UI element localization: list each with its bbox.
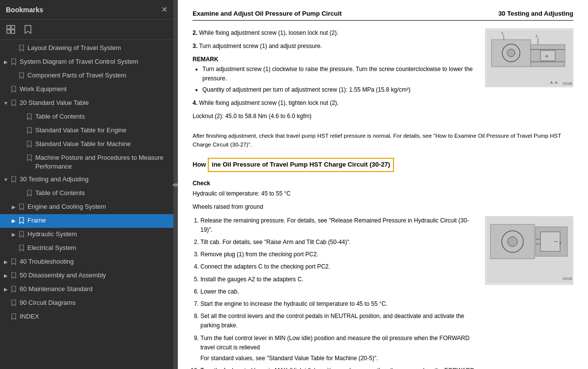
- highlight-text: ine Oil Pressure of Travel Pump HST Char…: [208, 158, 394, 172]
- bookmark-frame[interactable]: Frame: [0, 214, 173, 228]
- expand-arrow[interactable]: [10, 204, 18, 211]
- bookmark-icon-30: [10, 176, 18, 183]
- bookmark-icon-40: [10, 258, 18, 265]
- bookmark-label: Frame: [27, 216, 172, 225]
- bookmark-work-equipment[interactable]: Work Equipment: [0, 83, 173, 97]
- bookmark-icon-layout: [18, 45, 25, 51]
- panel-header: Bookmarks ✕: [0, 0, 173, 20]
- close-button[interactable]: ✕: [161, 6, 168, 14]
- expand-arrow[interactable]: [2, 259, 10, 266]
- step-4: 4. While fixing adjustment screw (1), ti…: [193, 98, 477, 108]
- bookmark-icon-svt-machine: [25, 141, 33, 148]
- panel-toolbar: [0, 20, 173, 40]
- svg-rect-0: [7, 25, 10, 29]
- bookmark-svt-engine[interactable]: Standard Value Table for Engine: [0, 124, 173, 138]
- bookmark-label: Layout Drawing of Travel System: [27, 44, 172, 52]
- bookmark-label: 30 Testing and Adjusting: [20, 175, 172, 184]
- step-item-7: Start the engine to increase the hydraul…: [200, 299, 477, 309]
- bookmark-svt-machine[interactable]: Standard Value Table for Machine: [0, 138, 173, 151]
- bookmark-label: Work Equipment: [20, 85, 172, 94]
- wheels-note: Wheels raised from ground: [193, 202, 573, 212]
- bookmarks-panel: Bookmarks ✕ Layout Drawing of Travel Sys…: [0, 0, 174, 369]
- svg-text:1: 1: [501, 31, 503, 35]
- svg-point-8: [507, 49, 515, 57]
- bookmark-icon-system: [10, 58, 18, 65]
- bookmark-icon-component: [18, 72, 25, 79]
- step-item-1: Release the remaining pressure. For deta…: [200, 216, 477, 235]
- bookmark-20-standard[interactable]: 20 Standard Value Table: [0, 97, 173, 110]
- bookmark-label: 20 Standard Value Table: [20, 98, 172, 107]
- section-steps-main: Release the remaining pressure. For deta…: [193, 216, 573, 369]
- grid-view-button[interactable]: [4, 23, 18, 36]
- bookmark-icon-60: [10, 286, 18, 293]
- bookmark-30-testing[interactable]: 30 Testing and Adjusting: [0, 173, 173, 187]
- bookmark-label: 50 Disassembly and Assembly: [20, 271, 172, 280]
- bookmark-label: Standard Value Table for Machine: [35, 140, 172, 148]
- bookmark-label: 90 Circuit Diagrams: [20, 298, 172, 307]
- bookmark-engine-cooling[interactable]: Engine and Cooling System: [0, 200, 173, 214]
- temp-note: Hydraulic oil temperature: 45 to 55 °C: [193, 189, 573, 198]
- step-item-2: Tilt cab. For details, see "Raise Arm an…: [200, 238, 477, 247]
- bookmark-machine-posture[interactable]: Machine Posture and Procedures to Measur…: [0, 151, 173, 173]
- bookmark-icon-hydraulic: [18, 231, 25, 238]
- doc-header: Examine and Adjust Oil Pressure of Pump …: [193, 10, 573, 21]
- bookmark-icon-work: [10, 86, 18, 93]
- bookmark-60-maintenance[interactable]: 60 Maintenance Standard: [0, 283, 173, 296]
- bookmark-90-circuit[interactable]: 90 Circuit Diagrams: [0, 296, 173, 310]
- expand-arrow[interactable]: [10, 231, 18, 238]
- bookmark-label: Table of Contents: [35, 189, 172, 197]
- svg-point-23: [508, 237, 517, 246]
- bookmark-electrical[interactable]: Electrical System: [0, 242, 173, 255]
- bookmark-label: Hydraulic System: [27, 230, 172, 239]
- check-label: Check: [193, 179, 573, 188]
- step-item-6: Lower the cab.: [200, 287, 477, 296]
- remark-title: REMARK: [193, 55, 477, 64]
- svg-rect-2: [7, 30, 10, 33]
- svg-text:A - A: A - A: [550, 81, 558, 84]
- bookmark-hydraulic[interactable]: Hydraulic System: [0, 228, 173, 242]
- bookmark-icon-posture: [25, 154, 33, 161]
- step-item-3: Remove plug (1) from the checking port P…: [200, 250, 477, 259]
- bookmark-view-button[interactable]: [22, 23, 34, 36]
- text-block-main: Release the remaining pressure. For deta…: [193, 216, 477, 369]
- expand-arrow[interactable]: [2, 176, 10, 183]
- bookmark-toc-30[interactable]: Table of Contents: [0, 187, 173, 200]
- step-item-10: Turn the fuel control lever in MAX (High…: [200, 366, 477, 369]
- bookmark-icon-svt-engine: [25, 127, 33, 134]
- bookmark-label: Engine and Cooling System: [27, 202, 172, 211]
- doc-header-left: Examine and Adjust Oil Pressure of Pump …: [193, 10, 342, 17]
- expand-arrow[interactable]: [2, 286, 10, 293]
- bookmark-icon-90: [10, 299, 18, 306]
- bookmark-index[interactable]: INDEX: [0, 310, 173, 324]
- panel-title: Bookmarks: [6, 6, 43, 14]
- svg-rect-1: [11, 25, 15, 29]
- steps-list: Release the remaining pressure. For deta…: [193, 216, 477, 369]
- expand-arrow[interactable]: [10, 218, 18, 224]
- bookmark-icon-engine: [18, 203, 25, 210]
- bookmark-50-disassembly[interactable]: 50 Disassembly and Assembly: [0, 269, 173, 283]
- expand-arrow[interactable]: [2, 272, 10, 279]
- bookmark-40-troubleshooting[interactable]: 40 Troubleshooting: [0, 255, 173, 269]
- bookmark-label: 40 Troubleshooting: [20, 257, 172, 266]
- svg-text:A: A: [545, 54, 548, 58]
- step-item-5: Install the gauges A2 to the adapters C.: [200, 275, 477, 284]
- pump-image-1: A G0180601 A - A 1 2: [485, 28, 573, 87]
- step-3: 3. Turn adjustment screw (1) and adjust …: [193, 42, 477, 51]
- bookmark-toc-20[interactable]: Table of Contents: [0, 110, 173, 124]
- bookmark-icon-20: [10, 99, 18, 106]
- bookmark-label: System Diagram of Travel Control System: [20, 57, 172, 66]
- expand-arrow[interactable]: [2, 100, 10, 107]
- remark-item-1: Turn adjustment screw (1) clockwise to r…: [202, 65, 477, 83]
- bookmark-icon-50: [10, 272, 18, 279]
- svg-text:2: 2: [536, 34, 538, 38]
- after-adjustment-note: After finishing adjustment, check that t…: [193, 131, 573, 149]
- bookmark-component-travel[interactable]: Component Parts of Travel System: [0, 69, 173, 83]
- panel-resizer[interactable]: ◀▶: [174, 0, 178, 369]
- document-panel: Examine and Adjust Oil Pressure of Pump …: [178, 0, 588, 369]
- expand-arrow[interactable]: [2, 59, 10, 66]
- bookmarks-list: Layout Drawing of Travel System System D…: [0, 40, 173, 369]
- bookmark-system-diagram[interactable]: System Diagram of Travel Control System: [0, 55, 173, 69]
- remark-item-2: Quantity of adjustment per turn of adjus…: [202, 85, 477, 95]
- bookmark-label: Machine Posture and Procedures to Measur…: [35, 153, 172, 171]
- bookmark-layout-travel[interactable]: Layout Drawing of Travel System: [0, 42, 173, 55]
